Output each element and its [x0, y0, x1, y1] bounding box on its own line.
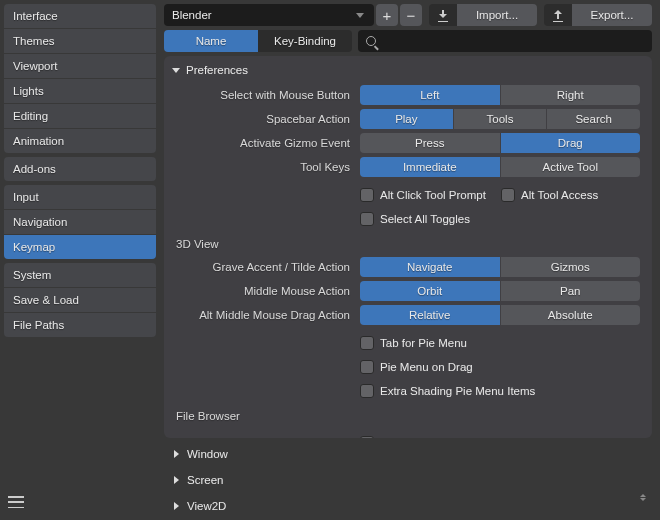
hamburger-menu-icon[interactable]	[8, 496, 24, 508]
sidebar-item-system[interactable]: System	[4, 263, 156, 287]
toolkeys-immediate[interactable]: Immediate	[360, 157, 500, 177]
check-tab-pie-menu[interactable]	[360, 336, 374, 350]
export-button[interactable]: Export...	[572, 4, 652, 26]
preset-add-button[interactable]: +	[376, 4, 398, 26]
preferences-panel: Preferences Select with Mouse Button Lef…	[164, 56, 652, 438]
altmmb-absolute[interactable]: Absolute	[501, 305, 641, 325]
sidebar-item-viewport[interactable]: Viewport	[4, 54, 156, 78]
sidebar-item-animation[interactable]: Animation	[4, 129, 156, 153]
sidebar-item-save-load[interactable]: Save & Load	[4, 288, 156, 312]
label-select-mouse: Select with Mouse Button	[172, 89, 360, 101]
check-extra-shading-pie[interactable]	[360, 384, 374, 398]
altmmb-relative[interactable]: Relative	[360, 305, 500, 325]
tree-item-screen[interactable]: Screen	[164, 470, 652, 490]
check-label: Tab for Pie Menu	[380, 337, 467, 349]
gizmo-press[interactable]: Press	[360, 133, 500, 153]
check-pie-menu-drag[interactable]	[360, 360, 374, 374]
sidebar-item-file-paths[interactable]: File Paths	[4, 313, 156, 337]
section-3d-view: 3D View	[176, 238, 640, 250]
label-mmb: Middle Mouse Action	[172, 285, 360, 297]
tree-label: Screen	[187, 474, 223, 486]
chevron-down-icon	[356, 13, 364, 18]
filter-tab-name[interactable]: Name	[164, 30, 258, 52]
check-open-folders-single-click[interactable]	[360, 436, 374, 438]
check-label: Open Folders on Single Click	[380, 437, 529, 438]
mmb-orbit[interactable]: Orbit	[360, 281, 500, 301]
sidebar-item-addons[interactable]: Add-ons	[4, 157, 156, 181]
tree-label: View2D	[187, 500, 226, 512]
export-icon-button[interactable]	[544, 4, 572, 26]
tree-label: Window	[187, 448, 228, 460]
spacebar-play[interactable]: Play	[360, 109, 453, 129]
sidebar: Interface Themes Viewport Lights Editing…	[0, 0, 160, 520]
search-icon	[366, 36, 376, 46]
check-label: Select All Toggles	[380, 213, 470, 225]
keymap-search-input[interactable]	[358, 30, 652, 52]
tree-item-view2d[interactable]: View2D	[164, 496, 640, 516]
toolkeys-activetool[interactable]: Active Tool	[501, 157, 641, 177]
sidebar-item-editing[interactable]: Editing	[4, 104, 156, 128]
grave-navigate[interactable]: Navigate	[360, 257, 500, 277]
preset-value: Blender	[172, 9, 212, 21]
sidebar-item-themes[interactable]: Themes	[4, 29, 156, 53]
scroll-indicator-icon	[640, 494, 646, 516]
sidebar-item-lights[interactable]: Lights	[4, 79, 156, 103]
spacebar-tools[interactable]: Tools	[454, 109, 547, 129]
disclosure-triangle-icon	[174, 476, 179, 484]
grave-gizmos[interactable]: Gizmos	[501, 257, 641, 277]
keymap-preset-select[interactable]: Blender	[164, 4, 374, 26]
mmb-pan[interactable]: Pan	[501, 281, 641, 301]
select-mouse-left[interactable]: Left	[360, 85, 500, 105]
sidebar-item-input[interactable]: Input	[4, 185, 156, 209]
section-file-browser: File Browser	[176, 410, 640, 422]
disclosure-triangle-icon	[174, 450, 179, 458]
check-label: Alt Tool Access	[521, 189, 598, 201]
disclosure-triangle-icon	[174, 502, 179, 510]
check-label: Extra Shading Pie Menu Items	[380, 385, 535, 397]
tree-item-window[interactable]: Window	[164, 444, 652, 464]
import-icon-button[interactable]	[429, 4, 457, 26]
check-select-all-toggles[interactable]	[360, 212, 374, 226]
panel-title: Preferences	[186, 64, 248, 76]
label-toolkeys: Tool Keys	[172, 161, 360, 173]
filter-tab-keybinding[interactable]: Key-Binding	[258, 30, 352, 52]
gizmo-drag[interactable]: Drag	[501, 133, 641, 153]
main-area: Blender + − Import... Export... Name Key…	[160, 0, 660, 520]
check-label: Pie Menu on Drag	[380, 361, 473, 373]
preset-remove-button[interactable]: −	[400, 4, 422, 26]
label-spacebar: Spacebar Action	[172, 113, 360, 125]
panel-header[interactable]: Preferences	[172, 64, 640, 76]
disclosure-triangle-icon	[172, 68, 180, 73]
download-icon	[438, 10, 448, 20]
sidebar-item-keymap[interactable]: Keymap	[4, 235, 156, 259]
import-button[interactable]: Import...	[457, 4, 537, 26]
label-grave: Grave Accent / Tilde Action	[172, 261, 360, 273]
sidebar-item-interface[interactable]: Interface	[4, 4, 156, 28]
label-gizmo: Activate Gizmo Event	[172, 137, 360, 149]
check-alt-click-tool-prompt[interactable]	[360, 188, 374, 202]
check-alt-tool-access[interactable]	[501, 188, 515, 202]
sidebar-item-navigation[interactable]: Navigation	[4, 210, 156, 234]
label-altmmb: Alt Middle Mouse Drag Action	[172, 309, 360, 321]
upload-icon	[553, 10, 563, 20]
select-mouse-right[interactable]: Right	[501, 85, 641, 105]
spacebar-search[interactable]: Search	[547, 109, 640, 129]
check-label: Alt Click Tool Prompt	[380, 189, 486, 201]
